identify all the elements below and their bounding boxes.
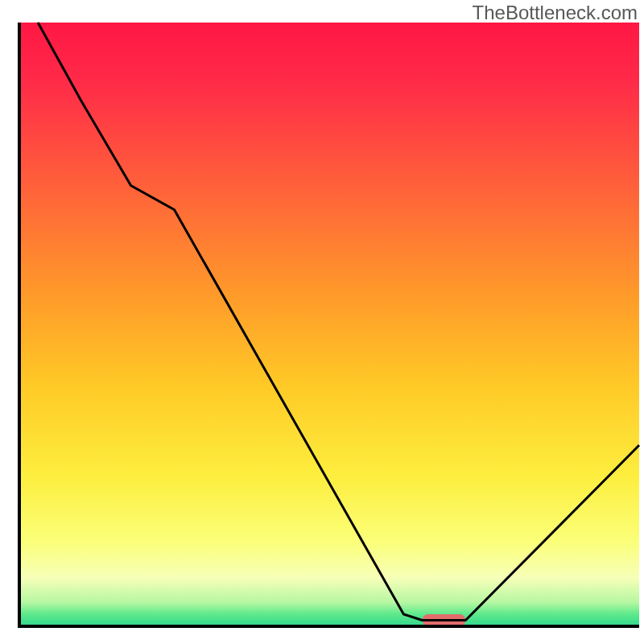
watermark-text: TheBottleneck.com (473, 2, 638, 24)
chart-container: TheBottleneck.com (0, 0, 644, 644)
plot-background (19, 23, 639, 626)
chart-svg (0, 0, 644, 644)
